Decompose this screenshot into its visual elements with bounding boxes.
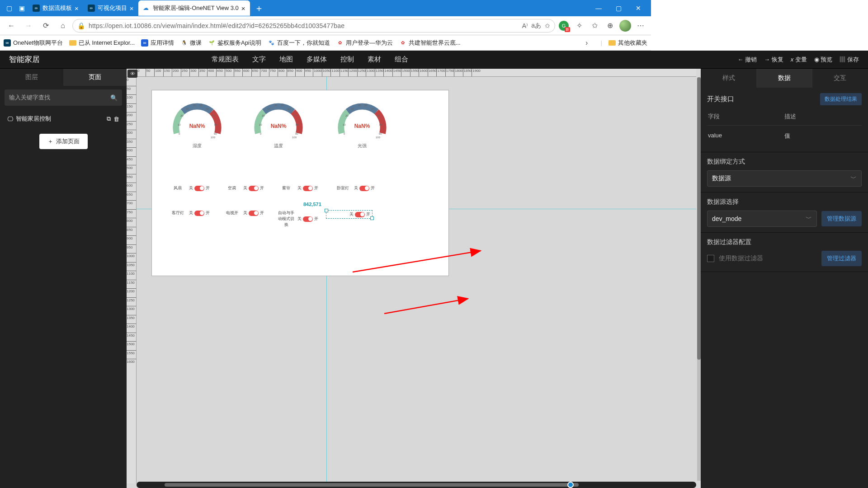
other-bookmarks[interactable]: 其他收藏夹	[609, 39, 647, 47]
visibility-icon[interactable]: 👁	[127, 70, 137, 78]
svg-text:90: 90	[379, 132, 382, 135]
translate-icon[interactable]: aあ	[531, 22, 541, 30]
menu-map[interactable]: 地图	[279, 55, 293, 64]
app-toolbar: 智能家居 常规图表 文字 地图 多媒体 控制 素材 组合 ← 撤销 → 恢复 x…	[0, 51, 651, 69]
copy-icon[interactable]: ⧉	[107, 115, 111, 122]
more-icon[interactable]: ⋯	[634, 19, 647, 33]
switch-widget[interactable]: 关开	[326, 210, 373, 219]
switch-widget[interactable]: 客厅灯关开	[168, 210, 210, 216]
toggle[interactable]	[355, 212, 365, 217]
favorites-icon[interactable]: ✩	[588, 19, 601, 33]
bookmark-item[interactable]: ✿共建智能世界云底...	[399, 39, 461, 47]
svg-text:70: 70	[377, 114, 380, 117]
browser-tab-strip: ▢ ▣ ∞数据流模板× ∞可视化项目× ☁智能家居-编辑-OneNET View…	[0, 0, 651, 16]
toggle[interactable]	[249, 211, 259, 216]
switch-widget[interactable]: 电视开关开	[222, 210, 264, 216]
canvas-area[interactable]: 👁 05010015020025030035040045050055060065…	[127, 69, 651, 367]
menu-media[interactable]: 多媒体	[307, 55, 327, 64]
close-icon[interactable]: ×	[130, 5, 134, 12]
svg-text:90: 90	[295, 132, 298, 135]
svg-text:40: 40	[274, 104, 278, 107]
bookmark-item[interactable]: 已从 Internet Explor...	[69, 39, 135, 47]
main-menu: 常规图表 文字 地图 多媒体 控制 素材 组合	[212, 55, 408, 64]
home-icon[interactable]: ⌂	[55, 18, 71, 33]
svg-text:100: 100	[292, 136, 297, 139]
search-input[interactable]: 输入关键字查找 🔍	[5, 89, 122, 106]
bookmark-item[interactable]: 🐧微课	[180, 39, 202, 47]
url-input[interactable]: 🔒 https://open.iot.10086.cn/view/main/in…	[72, 19, 555, 33]
switch-widget[interactable]: 自动与手动模式切换关开	[276, 210, 318, 228]
svg-text:30: 30	[351, 108, 354, 110]
artboard[interactable]: 0 10 20 30 40 50 60 70 80 90 100 NaN%湿度 …	[152, 90, 448, 276]
menu-text[interactable]: 文字	[252, 55, 266, 64]
toggle[interactable]	[194, 186, 204, 191]
svg-text:70: 70	[212, 114, 215, 117]
bookmark-item[interactable]: ∞应用详情	[141, 39, 174, 47]
collections-icon[interactable]: ⊕	[603, 19, 617, 33]
refresh-icon[interactable]: ⟳	[38, 18, 53, 33]
favorite-icon[interactable]: ✩	[545, 22, 550, 29]
svg-text:0: 0	[344, 132, 345, 135]
svg-text:20: 20	[345, 114, 349, 117]
forward-icon[interactable]: →	[21, 18, 36, 33]
svg-text:60: 60	[206, 108, 209, 110]
tab-1[interactable]: ∞数据流模板×	[28, 0, 83, 16]
svg-text:0: 0	[179, 132, 180, 135]
svg-text:60: 60	[288, 108, 291, 110]
delete-icon[interactable]: 🗑	[113, 116, 119, 122]
close-window-icon[interactable]: ✕	[628, 5, 648, 12]
page-list-item[interactable]: 🖵 智能家居控制 ⧉ 🗑	[5, 111, 122, 127]
extensions-icon[interactable]: ✧	[572, 19, 586, 33]
search-icon: 🔍	[110, 94, 118, 101]
left-panel: 图层 页面 输入关键字查找 🔍 🖵 智能家居控制 ⧉ 🗑 ＋ 添加页面	[0, 69, 127, 367]
svg-text:90: 90	[214, 132, 217, 135]
switch-widget[interactable]: 空调关开	[222, 185, 264, 191]
menu-assets[interactable]: 素材	[368, 55, 381, 64]
tab-layers[interactable]: 图层	[0, 69, 63, 86]
toggle[interactable]	[249, 186, 259, 191]
ruler-horizontal: 0501001502002503003504004505005506006507…	[137, 69, 651, 77]
toggle[interactable]	[194, 211, 204, 216]
window-menu-icon[interactable]: ▢	[3, 2, 15, 14]
profile-avatar[interactable]	[618, 19, 632, 33]
menu-control[interactable]: 控制	[340, 55, 354, 64]
minimize-icon[interactable]: —	[589, 5, 609, 12]
menu-chart[interactable]: 常规图表	[212, 55, 239, 64]
svg-text:50: 50	[281, 104, 284, 107]
read-aloud-icon[interactable]: A⁾	[522, 22, 528, 29]
svg-text:40: 40	[193, 104, 196, 107]
toggle[interactable]	[359, 186, 369, 191]
gauge-0[interactable]: 0 10 20 30 40 50 60 70 80 90 100 NaN%湿度	[168, 95, 226, 149]
bookmark-item[interactable]: 🌱鉴权服务Api说明	[208, 39, 261, 47]
ruler-vertical: 0501001502002503003504004505005506006507…	[127, 77, 137, 367]
tab-2[interactable]: ∞可视化项目×	[83, 0, 138, 16]
new-tab-button[interactable]: ＋	[250, 2, 268, 14]
bookmark-item[interactable]: ✿用户登录—华为云	[336, 39, 393, 47]
tab-overview-icon[interactable]: ▣	[15, 2, 28, 14]
bookmark-item[interactable]: 🐾百度一下，你就知道	[268, 39, 330, 47]
svg-text:100: 100	[376, 136, 381, 139]
switch-widget[interactable]: 风扇关开	[168, 185, 210, 191]
menu-group[interactable]: 组合	[395, 55, 408, 64]
bookmark-overflow-icon[interactable]: ›	[579, 35, 594, 51]
tab-pages[interactable]: 页面	[63, 69, 127, 86]
bookmark-item[interactable]: ∞OneNet物联网平台	[4, 39, 63, 47]
switch-widget[interactable]: 窗帘关开	[276, 185, 318, 191]
maximize-icon[interactable]: ▢	[609, 5, 628, 12]
tab-3-active[interactable]: ☁智能家居-编辑-OneNET View 3.0×	[138, 0, 250, 16]
toggle[interactable]	[303, 216, 313, 222]
google-ext-icon[interactable]: G	[557, 19, 571, 33]
close-icon[interactable]: ×	[75, 5, 79, 12]
bookmarks-bar: ∞OneNet物联网平台 已从 Internet Explor... ∞应用详情…	[0, 35, 651, 51]
gauge-1[interactable]: 0 10 20 30 40 50 60 70 80 90 100 NaN%温度	[249, 95, 308, 149]
svg-text:20: 20	[262, 114, 265, 117]
toggle[interactable]	[303, 186, 313, 191]
svg-text:50: 50	[199, 104, 203, 107]
close-icon[interactable]: ×	[241, 5, 245, 12]
gauge-2[interactable]: 0 10 20 30 40 50 60 70 80 90 100 NaN%光强	[333, 95, 392, 149]
svg-text:0: 0	[260, 132, 262, 135]
back-icon[interactable]: ←	[4, 18, 19, 33]
selection-coord: 842,571	[303, 202, 321, 207]
switch-widget[interactable]: 卧室灯关开	[333, 185, 375, 191]
add-page-button[interactable]: ＋ 添加页面	[39, 134, 88, 149]
